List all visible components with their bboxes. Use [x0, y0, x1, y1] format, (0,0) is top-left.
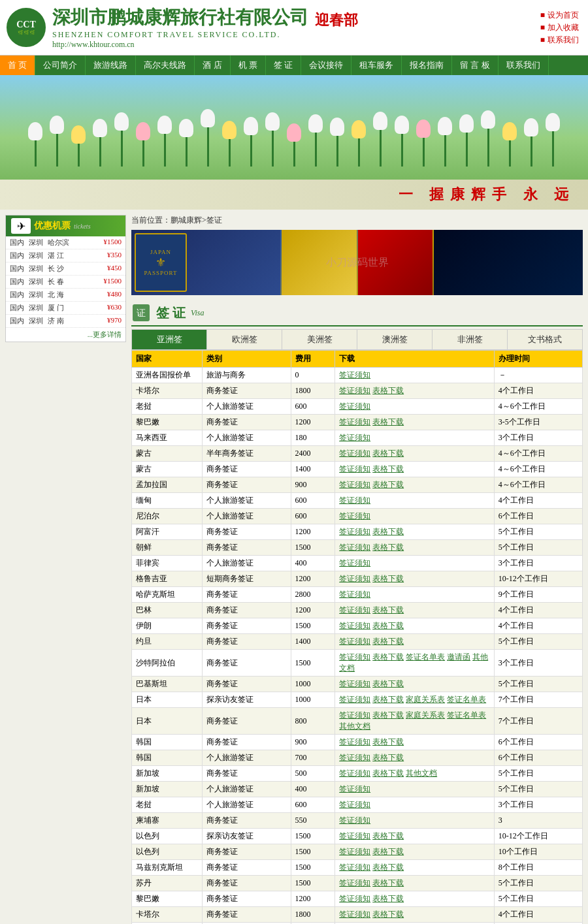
ticket-row-3[interactable]: 国内深圳长 春¥1500 — [6, 276, 125, 289]
tickets-header: ✈ 优惠机票 tickets — [6, 215, 125, 236]
download-link[interactable]: 签证须知 — [339, 753, 370, 762]
download-link[interactable]: 表格下载 — [372, 386, 404, 395]
nav-item-10[interactable]: 留 言 板 — [452, 56, 498, 75]
download-link[interactable]: 签证须知 — [339, 558, 370, 567]
ticket-row-5[interactable]: 国内深圳厦 门¥630 — [6, 302, 125, 315]
nav-item-11[interactable]: 联系我们 — [498, 56, 549, 75]
download-link[interactable]: 签证须知 — [339, 737, 370, 746]
download-link[interactable]: 表格下载 — [372, 679, 404, 688]
download-link[interactable]: 家庭关系表 — [406, 695, 445, 704]
nav-item-1[interactable]: 公司简介 — [35, 56, 86, 75]
download-link[interactable]: 签证须知 — [339, 910, 370, 919]
nav-item-8[interactable]: 租车服务 — [351, 56, 402, 75]
download-link[interactable]: 签证须知 — [339, 784, 370, 793]
nav-item-9[interactable]: 报名指南 — [402, 56, 452, 75]
download-link[interactable]: 签证须知 — [339, 831, 370, 840]
visa-tab-1[interactable]: 欧洲签 — [207, 330, 282, 349]
download-link[interactable]: 表格下载 — [372, 863, 404, 872]
download-link[interactable]: 签证须知 — [339, 800, 370, 809]
download-link[interactable]: 表格下载 — [372, 637, 404, 646]
download-link[interactable]: 表格下载 — [372, 847, 404, 856]
add-favorite-link[interactable]: ■加入收藏 — [540, 22, 581, 33]
download-link[interactable]: 签证须知 — [339, 417, 370, 426]
download-link[interactable]: 表格下载 — [372, 449, 404, 458]
download-link[interactable]: 签证须知 — [339, 386, 370, 395]
download-link[interactable]: 表格下载 — [372, 574, 404, 583]
nav-item-0[interactable]: 首 页 — [0, 56, 35, 75]
download-link[interactable]: 签证须知 — [339, 449, 370, 458]
download-link[interactable]: 签证须知 — [339, 464, 370, 473]
download-link[interactable]: 表格下载 — [372, 695, 404, 704]
download-link[interactable]: 签证须知 — [339, 863, 370, 872]
download-link[interactable]: 表格下载 — [372, 831, 404, 840]
download-link[interactable]: 家庭关系表 — [406, 710, 445, 720]
download-link[interactable]: 签证须知 — [339, 433, 370, 442]
download-link[interactable]: 签证须知 — [339, 402, 370, 411]
download-link[interactable]: 表格下载 — [372, 878, 404, 887]
download-link[interactable]: 表格下载 — [372, 621, 404, 630]
table-row: 日本 探亲访友签证 1000 签证须知 表格下载 家庭关系表 签证名单表 7个工… — [132, 692, 583, 708]
download-link[interactable]: 签证须知 — [339, 574, 370, 583]
download-link[interactable]: 签证须知 — [339, 894, 370, 903]
download-link[interactable]: 表格下载 — [372, 910, 404, 919]
ticket-row-4[interactable]: 国内深圳北 海¥480 — [6, 289, 125, 302]
download-link[interactable]: 表格下载 — [372, 737, 404, 746]
ticket-row-1[interactable]: 国内深圳湛 江¥350 — [6, 249, 125, 263]
set-home-link[interactable]: ■设为首页 — [540, 10, 581, 21]
ticket-row-0[interactable]: 国内深圳哈尔滨¥1500 — [6, 236, 125, 249]
visa-tab-0[interactable]: 亚洲签 — [132, 330, 207, 349]
download-link[interactable]: 表格下载 — [372, 894, 404, 903]
download-link[interactable]: 签证须知 — [339, 637, 370, 646]
nav-item-2[interactable]: 旅游线路 — [86, 56, 136, 75]
download-link[interactable]: 签证须知 — [339, 496, 370, 505]
visa-tab-3[interactable]: 澳洲签 — [357, 330, 433, 349]
download-link[interactable]: 签证须知 — [339, 652, 370, 661]
download-link[interactable]: 邀请函 — [447, 652, 470, 661]
download-link[interactable]: 签证须知 — [339, 605, 370, 614]
download-link[interactable]: 签证须知 — [339, 370, 370, 379]
visa-tab-5[interactable]: 文书格式 — [508, 330, 582, 349]
download-link[interactable]: 签证须知 — [339, 679, 370, 688]
download-link[interactable]: 签证名单表 — [406, 652, 445, 661]
more-tickets-link[interactable]: ...更多详情 — [88, 330, 122, 338]
download-link[interactable]: 签证须知 — [339, 878, 370, 887]
download-link[interactable]: 签证须知 — [339, 590, 370, 599]
nav-item-4[interactable]: 酒 店 — [195, 56, 230, 75]
download-link[interactable]: 签证须知 — [339, 847, 370, 856]
download-link[interactable]: 签证须知 — [339, 816, 370, 825]
download-link[interactable]: 签证须知 — [339, 769, 370, 778]
download-link[interactable]: 签证须知 — [339, 543, 370, 552]
download-link[interactable]: 表格下载 — [372, 710, 404, 720]
download-link[interactable]: 表格下载 — [372, 605, 404, 614]
download-link[interactable]: 签证须知 — [339, 710, 370, 720]
more-link[interactable]: ...更多详情 — [6, 328, 125, 342]
contact-link[interactable]: ■联系我们 — [540, 35, 581, 46]
visa-tab-4[interactable]: 非洲签 — [433, 330, 508, 349]
download-link[interactable]: 签证须知 — [339, 695, 370, 704]
download-link[interactable]: 表格下载 — [372, 464, 404, 473]
download-link[interactable]: 签证名单表 — [447, 710, 486, 720]
nav-item-3[interactable]: 高尔夫线路 — [136, 56, 195, 75]
download-link[interactable]: 表格下载 — [372, 753, 404, 762]
download-link[interactable]: 表格下载 — [372, 417, 404, 426]
download-link[interactable]: 其他文档 — [339, 722, 370, 731]
download-link[interactable]: 表格下载 — [372, 527, 404, 536]
visa-tab-2[interactable]: 美洲签 — [282, 330, 357, 349]
download-link[interactable]: 签证须知 — [339, 480, 370, 489]
download-link[interactable]: 签证名单表 — [447, 695, 486, 704]
download-link[interactable]: 签证须知 — [339, 621, 370, 630]
nav-item-5[interactable]: 机 票 — [231, 56, 266, 75]
cell-country: 孟加拉国 — [132, 477, 203, 493]
download-link[interactable]: 其他文档 — [406, 769, 437, 778]
ticket-row-6[interactable]: 国内深圳济 南¥970 — [6, 315, 125, 328]
download-link[interactable]: 签证须知 — [339, 511, 370, 520]
nav-item-6[interactable]: 签 证 — [266, 56, 301, 75]
download-link[interactable]: 表格下载 — [372, 480, 404, 489]
download-link[interactable]: 表格下载 — [372, 769, 404, 778]
download-link[interactable]: 表格下载 — [372, 652, 404, 661]
table-row: 卡塔尔 商务签证 1800 签证须知 表格下载 4个工作日 — [132, 383, 583, 399]
ticket-row-2[interactable]: 国内深圳长 沙¥450 — [6, 263, 125, 276]
download-link[interactable]: 表格下载 — [372, 543, 404, 552]
download-link[interactable]: 签证须知 — [339, 527, 370, 536]
nav-item-7[interactable]: 会议接待 — [301, 56, 351, 75]
